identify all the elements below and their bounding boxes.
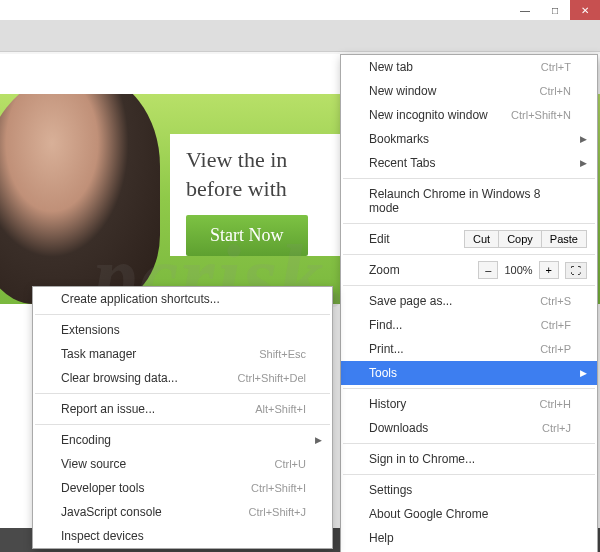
minimize-button[interactable]: — xyxy=(510,0,540,20)
submenu-inspect-devices[interactable]: Inspect devices xyxy=(33,524,332,548)
menu-settings[interactable]: Settings xyxy=(341,478,597,502)
menu-signin[interactable]: Sign in to Chrome... xyxy=(341,447,597,471)
cut-button[interactable]: Cut xyxy=(464,230,499,248)
close-button[interactable]: ✕ xyxy=(570,0,600,20)
menu-find[interactable]: Find...Ctrl+F xyxy=(341,313,597,337)
zoom-in-button[interactable]: + xyxy=(539,261,559,279)
submenu-dev-tools[interactable]: Developer toolsCtrl+Shift+I xyxy=(33,476,332,500)
start-now-button[interactable]: Start Now xyxy=(186,215,308,256)
chevron-right-icon: ▶ xyxy=(580,158,587,168)
menu-about[interactable]: About Google Chrome xyxy=(341,502,597,526)
menu-new-tab[interactable]: New tabCtrl+T xyxy=(341,55,597,79)
menu-relaunch[interactable]: Relaunch Chrome in Windows 8 mode xyxy=(341,182,597,220)
menu-print[interactable]: Print...Ctrl+P xyxy=(341,337,597,361)
menu-separator xyxy=(35,424,330,425)
paste-button[interactable]: Paste xyxy=(542,230,587,248)
menu-recent-tabs[interactable]: Recent Tabs▶ xyxy=(341,151,597,175)
menu-edit-row: Edit Cut Copy Paste xyxy=(341,227,597,251)
menu-separator xyxy=(343,285,595,286)
tools-submenu: Create application shortcuts... Extensio… xyxy=(32,286,333,549)
chevron-right-icon: ▶ xyxy=(315,435,322,445)
menu-separator xyxy=(343,474,595,475)
menu-separator xyxy=(343,178,595,179)
menu-history[interactable]: HistoryCtrl+H xyxy=(341,392,597,416)
menu-new-window[interactable]: New windowCtrl+N xyxy=(341,79,597,103)
zoom-value: 100% xyxy=(498,264,538,276)
submenu-extensions[interactable]: Extensions xyxy=(33,318,332,342)
submenu-encoding[interactable]: Encoding▶ xyxy=(33,428,332,452)
chevron-right-icon: ▶ xyxy=(580,134,587,144)
submenu-js-console[interactable]: JavaScript consoleCtrl+Shift+J xyxy=(33,500,332,524)
person-image xyxy=(0,94,160,304)
zoom-out-button[interactable]: – xyxy=(478,261,498,279)
menu-separator xyxy=(343,388,595,389)
tab-bar xyxy=(0,20,600,52)
maximize-button[interactable]: □ xyxy=(540,0,570,20)
menu-zoom-row: Zoom – 100% + ⛶ xyxy=(341,258,597,282)
menu-downloads[interactable]: DownloadsCtrl+J xyxy=(341,416,597,440)
menu-edit-label: Edit xyxy=(369,232,390,246)
chevron-right-icon: ▶ xyxy=(580,368,587,378)
main-menu: New tabCtrl+T New windowCtrl+N New incog… xyxy=(340,54,598,552)
menu-zoom-label: Zoom xyxy=(369,263,400,277)
submenu-task-manager[interactable]: Task managerShift+Esc xyxy=(33,342,332,366)
menu-bookmarks[interactable]: Bookmarks▶ xyxy=(341,127,597,151)
menu-separator xyxy=(343,254,595,255)
menu-save-as[interactable]: Save page as...Ctrl+S xyxy=(341,289,597,313)
menu-separator xyxy=(35,393,330,394)
submenu-clear-data[interactable]: Clear browsing data...Ctrl+Shift+Del xyxy=(33,366,332,390)
submenu-create-shortcuts[interactable]: Create application shortcuts... xyxy=(33,287,332,311)
menu-tools[interactable]: Tools▶ xyxy=(341,361,597,385)
menu-separator xyxy=(35,314,330,315)
menu-help[interactable]: Help xyxy=(341,526,597,550)
menu-separator xyxy=(343,443,595,444)
menu-separator xyxy=(343,223,595,224)
menu-new-incognito[interactable]: New incognito windowCtrl+Shift+N xyxy=(341,103,597,127)
submenu-report-issue[interactable]: Report an issue...Alt+Shift+I xyxy=(33,397,332,421)
submenu-view-source[interactable]: View sourceCtrl+U xyxy=(33,452,332,476)
copy-button[interactable]: Copy xyxy=(499,230,542,248)
fullscreen-button[interactable]: ⛶ xyxy=(565,262,587,279)
